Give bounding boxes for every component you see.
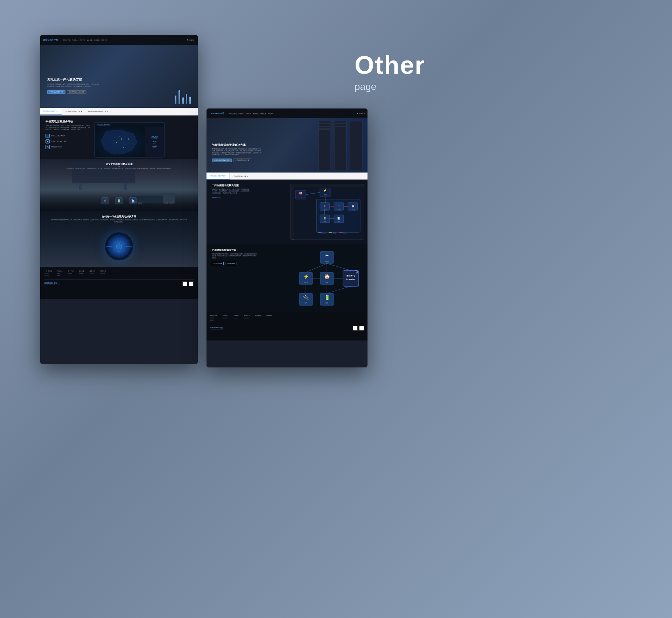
right-nav-search[interactable]: 🔍 SEARCH — [357, 113, 365, 114]
left-nav: ZHONHEN 中恒 中恒·关于我 产品中心 关于中恒 解决方案 服务支持 招聘… — [40, 35, 198, 45]
feature-text: 中恒运营人工支持 — [51, 146, 62, 148]
truck-svg — [131, 190, 177, 204]
household-diagram: ☀ 太阳能 ⚡ 变换器 🏠 家庭 Battery Inverter + � — [292, 250, 362, 307]
section-description: 充电运营可以管理标准、应有、大等 OC 充电平台能做提供解决，中恒可专，为运营商… — [46, 125, 91, 131]
footer-col-title: 中恒·关于我 — [44, 270, 52, 272]
footer-col: 产品中心 储能产品 — [223, 315, 228, 322]
right-tab-1[interactable]: 工商业储能系统解决方案 ▼ — [206, 173, 230, 180]
industrial-description: 充电运营可以管理标准、应有、大等 OC 充电平台能做提供解决，同时，为运营商提供… — [212, 189, 250, 194]
hero-right-btn1[interactable]: 工商业储能系统解决方案 — [212, 159, 232, 162]
footer-links: 中恒·关于我 公司简介 新闻动态 产品中心 充电桩 储能产品 关于中恒 企业文化… — [44, 270, 194, 277]
hero-content: 充电运营一体化解决方案 基于中恒电气功能服务、应用、对电子充电平台能做提供解决，… — [47, 77, 100, 94]
nav-link[interactable]: 中恒·关于我 — [229, 113, 237, 114]
nav-link[interactable]: 招聘支持 — [102, 39, 107, 41]
svg-text:Battery: Battery — [346, 274, 355, 277]
bus-icon-1: ⚡ — [102, 197, 108, 204]
footer-bottom-left: ZHONHEN 中恒 粤ICP备 12345 © 2024 中恒电气 — [44, 282, 60, 286]
nav-link[interactable]: 产品中心 — [72, 39, 78, 41]
nav-link[interactable]: 招聘支持 — [268, 113, 273, 114]
nav-link[interactable]: 解决方案 — [253, 113, 259, 114]
right-tab-nav: 工商业储能系统解决方案 ▼ 户用储能系统解决方案 ▼ — [206, 173, 368, 180]
svg-text:🏠: 🏠 — [351, 204, 355, 208]
svg-text:储能: 储能 — [326, 302, 328, 304]
svg-point-10 — [138, 202, 142, 204]
footer-link[interactable]: 储能产品 — [57, 275, 63, 276]
right-footer-bottom-left: ZHONHEN 中恒 粤ICP备 12345 © 2024 中恒电气 — [210, 326, 225, 330]
svg-rect-29 — [350, 121, 362, 170]
footer-link[interactable]: 储能产品 — [223, 317, 228, 319]
footer-link[interactable]: 新闻动态 — [210, 319, 217, 321]
svg-text:控制线: 控制线 — [343, 232, 346, 234]
svg-text:🏠: 🏠 — [324, 274, 330, 280]
nav-link[interactable]: 产品中心 — [238, 113, 244, 114]
footer-col: 服务支持 技术支持 — [90, 270, 95, 277]
footer-link[interactable]: 储能方案 — [244, 317, 250, 319]
svg-text:☀: ☀ — [338, 205, 340, 207]
charger-pole — [186, 94, 187, 104]
footer-col-title: 服务支持 — [255, 315, 261, 316]
nav-link[interactable]: 服务支持 — [260, 113, 266, 114]
footer-col: 关于中恒 企业文化 — [68, 270, 74, 277]
nav-link[interactable]: 关于中恒 — [79, 39, 85, 41]
hero-right-buttons: 工商业储能系统解决方案 户用储能系统解决方案 — [212, 159, 261, 162]
nav-link[interactable]: 中恒·关于我 — [63, 39, 70, 41]
bms-label: BMS储能管理系统 — [212, 197, 268, 198]
left-tab-nav: 申恒充电运营服务平台 ▼ 公共充电站综合解决方案 ▼ 光储充一体充电智能解决方案… — [40, 108, 198, 115]
nav-link[interactable]: 关于中恒 — [246, 113, 251, 114]
dashboard-content: 256,456 注册用户 98.6% 在线率 25,465 充电桩 — [95, 127, 164, 157]
stat-item: 25,465 充电桩 — [146, 145, 163, 148]
footer-col-title: 服务支持 — [90, 270, 95, 272]
hero-right-btn2[interactable]: 户用储能系统解决方案 — [233, 159, 251, 162]
nav-search[interactable]: 🔍 SEARCH — [187, 39, 195, 41]
footer-link[interactable]: 公司简介 — [210, 317, 217, 319]
section-industrial-storage: 工商业储能系统解决方案 充电运营可以管理标准、应有、大等 OC 充电平台能做提供… — [206, 180, 368, 244]
industrial-title: 工商业储能系统解决方案 — [212, 184, 268, 187]
household-btn-1[interactable]: 更多以关联系方案 — [212, 262, 224, 265]
hero-btn-primary[interactable]: 中恒充电运营服务平台 — [47, 90, 65, 94]
footer-link[interactable]: 企业文化 — [68, 273, 74, 274]
hero-right-title: 智慧储能运营管理解决方案 — [212, 143, 261, 147]
svg-text:直流电: 直流电 — [333, 232, 336, 234]
footer-col: 解决方案 储能方案 — [244, 315, 250, 322]
svg-point-12 — [170, 202, 173, 204]
footer-col: 中恒·关于我 公司简介 新闻动态 — [44, 270, 52, 277]
tab-3[interactable]: 光储充一体充电智能解决方案 ▼ — [85, 108, 111, 115]
footer-link[interactable]: 公司简介 — [44, 273, 52, 274]
footer-col: 中恒·关于我 公司简介 新闻动态 — [210, 315, 217, 322]
svg-text:家庭: 家庭 — [326, 281, 328, 283]
svg-text:变换器: 变换器 — [304, 281, 308, 283]
right-tab-2[interactable]: 户用储能系统解决方案 ▼ — [230, 173, 251, 180]
household-btn-2[interactable]: 立即咨询了解更多 — [225, 262, 237, 265]
svg-marker-0 — [101, 130, 137, 154]
footer-link[interactable]: 企业文化 — [233, 317, 239, 319]
right-mockup: ZHONHEN 中恒 中恒·关于我 产品中心 关于中恒 解决方案 服务支持 招聘… — [206, 108, 368, 367]
svg-text:Inverter: Inverter — [346, 278, 355, 281]
qr-code-2 — [189, 281, 194, 286]
hero-btn-secondary[interactable]: 公共充电站综合解决方案 — [67, 90, 86, 94]
footer-link[interactable]: 社会招聘 — [100, 273, 106, 274]
bus-section-title: 公交充电站综合解决方案 — [40, 162, 198, 166]
nav-link[interactable]: 解决方案 — [87, 39, 92, 41]
charger-pole — [175, 96, 176, 104]
stat-label: 充电桩 — [146, 147, 163, 148]
bus-section-desc: 公交充电站为了解决公交化需求，一根据充电需求，对大规人员充电需求，充电量解决方案… — [40, 168, 198, 169]
footer-link[interactable]: 技术支持 — [90, 273, 95, 274]
industrial-content: 工商业储能系统解决方案 充电运营可以管理标准、应有、大等 OC 充电平台能做提供… — [212, 184, 268, 198]
footer-link[interactable]: 储能方案 — [79, 273, 84, 274]
footer-col-title: 产品中心 — [57, 270, 63, 272]
footer-col: 服务支持 — [255, 315, 261, 322]
svg-text:光伏组件: 光伏组件 — [337, 209, 341, 210]
stats-panel: 256,456 注册用户 98.6% 在线率 25,465 充电桩 — [145, 127, 164, 157]
svg-text:📊: 📊 — [337, 217, 341, 220]
tab-1[interactable]: 申恒充电运营服务平台 ▼ — [40, 108, 62, 115]
svg-rect-15 — [124, 183, 127, 190]
household-content: 户用储能系统解决方案 主要面向家庭用户提供经济、清洁的储能解决方案，通过智能管理… — [212, 248, 273, 265]
svg-text:交流电: 交流电 — [322, 232, 326, 234]
household-title: 户用储能系统解决方案 — [212, 248, 273, 252]
tab-2[interactable]: 公共充电站综合解决方案 ▼ — [62, 108, 85, 115]
dashboard-title: 中恒充电运营管理平台 — [97, 124, 111, 126]
nav-link[interactable]: 服务支持 — [94, 39, 100, 41]
footer-link[interactable]: 充电桩 — [57, 273, 63, 274]
svg-line-94 — [327, 264, 351, 271]
footer-link[interactable]: 新闻动态 — [44, 275, 52, 276]
